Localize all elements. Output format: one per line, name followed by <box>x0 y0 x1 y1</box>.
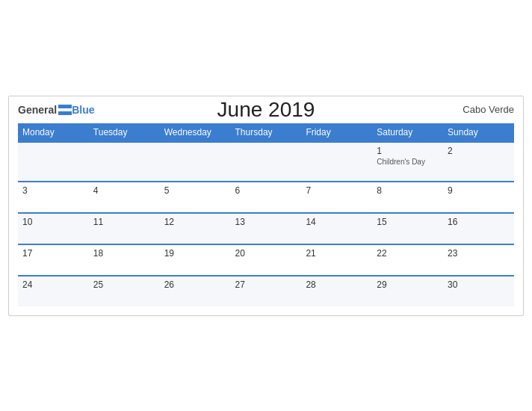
day-number: 13 <box>235 217 297 227</box>
day-number: 4 <box>93 185 155 196</box>
country-label: Cabo Verde <box>463 104 514 115</box>
weekday-header-row: MondayTuesdayWednesdayThursdayFridaySatu… <box>18 123 514 142</box>
weekday-header-saturday: Saturday <box>372 123 443 142</box>
day-number: 6 <box>235 185 297 196</box>
calendar-cell: 20 <box>231 244 302 276</box>
calendar-cell: 30 <box>443 276 514 306</box>
holiday-label: Children's Day <box>377 158 439 166</box>
day-number: 29 <box>377 279 439 290</box>
day-number: 17 <box>22 248 84 259</box>
calendar-cell: 5 <box>160 182 231 213</box>
calendar-cell: 18 <box>89 244 160 276</box>
calendar-cell: 22 <box>372 244 443 276</box>
day-number: 23 <box>448 248 510 259</box>
day-number: 24 <box>22 279 84 290</box>
svg-rect-4 <box>58 111 72 115</box>
day-number: 8 <box>377 185 439 196</box>
day-number: 11 <box>93 217 155 227</box>
svg-rect-2 <box>58 105 72 108</box>
calendar-cell: 27 <box>231 276 302 306</box>
weekday-header-wednesday: Wednesday <box>160 123 231 142</box>
calendar-cell <box>231 142 302 182</box>
day-number: 12 <box>164 217 226 227</box>
calendar-grid: MondayTuesdayWednesdayThursdayFridaySatu… <box>18 123 514 306</box>
calendar-cell: 21 <box>301 244 372 276</box>
day-number: 3 <box>22 185 84 196</box>
weekday-header-monday: Monday <box>18 123 89 142</box>
week-row-2: 3456789 <box>18 182 514 213</box>
week-row-1: 1Children's Day2 <box>18 142 514 182</box>
calendar-cell: 1Children's Day <box>372 142 443 182</box>
weekday-header-friday: Friday <box>301 123 372 142</box>
calendar-cell <box>301 142 372 182</box>
calendar-cell: 4 <box>89 182 160 213</box>
day-number: 25 <box>93 279 155 290</box>
calendar-cell: 9 <box>443 182 514 213</box>
calendar-cell: 2 <box>443 142 514 182</box>
calendar-cell: 10 <box>18 213 89 244</box>
day-number: 1 <box>377 146 439 156</box>
calendar-cell: 25 <box>89 276 160 306</box>
calendar-cell: 3 <box>18 182 89 213</box>
day-number: 18 <box>93 248 155 259</box>
week-row-4: 17181920212223 <box>18 244 514 276</box>
calendar-cell: 8 <box>372 182 443 213</box>
logo: General Blue <box>18 104 94 116</box>
day-number: 9 <box>448 185 510 196</box>
day-number: 27 <box>235 279 297 290</box>
calendar-cell <box>18 142 89 182</box>
day-number: 19 <box>164 248 226 259</box>
calendar-cell: 11 <box>89 213 160 244</box>
week-row-3: 10111213141516 <box>18 213 514 244</box>
calendar-cell <box>160 142 231 182</box>
calendar-cell: 15 <box>372 213 443 244</box>
weekday-header-thursday: Thursday <box>231 123 302 142</box>
calendar-cell: 26 <box>160 276 231 306</box>
day-number: 10 <box>22 217 84 227</box>
logo-blue-text: Blue <box>72 104 94 116</box>
calendar-container: General Blue June 2019 Cabo Verde Monday… <box>8 96 524 316</box>
day-number: 15 <box>377 217 439 227</box>
day-number: 21 <box>306 248 368 259</box>
calendar-cell: 17 <box>18 244 89 276</box>
calendar-cell: 12 <box>160 213 231 244</box>
calendar-header: General Blue June 2019 Cabo Verde <box>18 104 514 116</box>
calendar-cell: 16 <box>443 213 514 244</box>
day-number: 26 <box>164 279 226 290</box>
day-number: 22 <box>377 248 439 259</box>
day-number: 14 <box>306 217 368 227</box>
day-number: 30 <box>448 279 510 290</box>
calendar-cell: 6 <box>231 182 302 213</box>
svg-rect-3 <box>58 108 72 111</box>
calendar-cell: 7 <box>301 182 372 213</box>
day-number: 5 <box>164 185 226 196</box>
week-row-5: 24252627282930 <box>18 276 514 306</box>
weekday-header-sunday: Sunday <box>443 123 514 142</box>
day-number: 2 <box>448 146 510 156</box>
day-number: 28 <box>306 279 368 290</box>
calendar-cell: 23 <box>443 244 514 276</box>
calendar-cell: 29 <box>372 276 443 306</box>
calendar-cell: 24 <box>18 276 89 306</box>
calendar-title: June 2019 <box>217 98 315 122</box>
calendar-cell: 19 <box>160 244 231 276</box>
day-number: 20 <box>235 248 297 259</box>
day-number: 7 <box>306 185 368 196</box>
logo-flag-icon <box>58 105 72 115</box>
calendar-cell: 28 <box>301 276 372 306</box>
calendar-cell: 14 <box>301 213 372 244</box>
calendar-cell: 13 <box>231 213 302 244</box>
weekday-header-tuesday: Tuesday <box>89 123 160 142</box>
logo-general-text: General <box>18 104 57 116</box>
day-number: 16 <box>448 217 510 227</box>
calendar-cell <box>89 142 160 182</box>
